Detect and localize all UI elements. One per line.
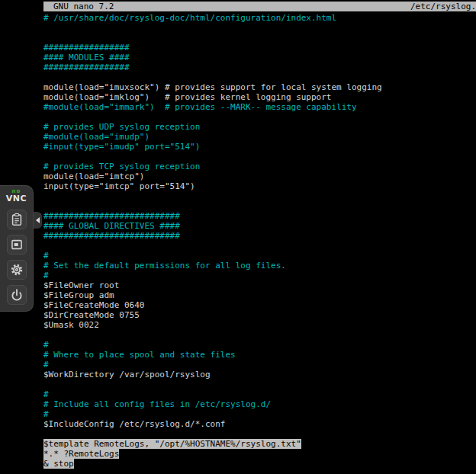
- terminal-line: [43, 72, 476, 82]
- terminal-line: [43, 23, 476, 33]
- novnc-logo-vnc: VNC: [6, 194, 27, 203]
- terminal-line: ###########################: [43, 211, 476, 221]
- terminal-line: [43, 152, 476, 162]
- novnc-control-bar: no VNC: [0, 185, 34, 312]
- terminal-line: input(type="imtcp" port="514"): [43, 181, 476, 191]
- terminal-line: #: [43, 409, 476, 419]
- nano-version-label: GNU nano 7.2: [53, 2, 114, 11]
- power-button[interactable]: [7, 285, 27, 305]
- control-bar-handle[interactable]: [34, 212, 42, 229]
- terminal-line: #################: [43, 43, 476, 53]
- terminal-line: [43, 33, 476, 43]
- terminal-line: #################: [43, 62, 476, 72]
- terminal-line: #input(type="imudp" port="514"): [43, 142, 476, 152]
- terminal-line: module(load="imuxsock") # provides suppo…: [43, 82, 476, 92]
- terminal-line: module(load="imtcp"): [43, 171, 476, 181]
- clipboard-button[interactable]: [7, 210, 27, 229]
- terminal-line: $Umask 0022: [43, 320, 476, 330]
- terminal-line: & stop: [43, 459, 476, 469]
- terminal-line: # provides TCP syslog reception: [43, 162, 476, 171]
- terminal-line: [43, 201, 476, 211]
- terminal-line: # Include all config files in /etc/rsysl…: [43, 399, 476, 409]
- power-icon: [10, 288, 24, 302]
- terminal-line: [43, 380, 476, 389]
- terminal-line: #: [43, 271, 476, 280]
- terminal-line: [43, 241, 476, 251]
- terminal-line: $DirCreateMode 0755: [43, 310, 476, 320]
- terminal-line: #: [43, 360, 476, 370]
- terminal-line: #: [43, 340, 476, 350]
- terminal-line: module(load="imklog") # provides kernel …: [43, 92, 476, 102]
- terminal-line: $FileCreateMode 0640: [43, 300, 476, 310]
- fullscreen-icon: [10, 238, 24, 251]
- terminal-line: ###########################: [43, 231, 476, 241]
- terminal-line: [43, 191, 476, 201]
- terminal-line: $IncludeConfig /etc/rsyslog.d/*.conf: [43, 419, 476, 429]
- terminal-line: #### MODULES ####: [43, 53, 476, 62]
- terminal-body: # /usr/share/doc/rsyslog-doc/html/config…: [43, 11, 476, 469]
- terminal-line: #: [43, 251, 476, 261]
- terminal-line: #: [43, 389, 476, 399]
- fullscreen-button[interactable]: [7, 235, 27, 255]
- collapse-arrow-icon: [36, 217, 40, 223]
- nano-filename-label: /etc/rsyslog.: [410, 2, 476, 11]
- nano-titlebar: GNU nano 7.2 /etc/rsyslog.: [43, 2, 476, 11]
- terminal-line: # Set the default permissions for all lo…: [43, 261, 476, 271]
- terminal-line: # /usr/share/doc/rsyslog-doc/html/config…: [43, 13, 476, 23]
- terminal-line: [43, 112, 476, 122]
- terminal-line: *.* ?RemoteLogs: [43, 449, 476, 459]
- terminal-line: $WorkDirectory /var/spool/rsyslog: [43, 370, 476, 380]
- clipboard-icon: [10, 213, 24, 226]
- terminal-line: $template RemoteLogs, "/opt/%HOSTNAME%/r…: [43, 439, 476, 449]
- terminal-line: [43, 330, 476, 340]
- terminal-line: $FileGroup adm: [43, 290, 476, 300]
- terminal-line: [43, 429, 476, 439]
- terminal-screen[interactable]: GNU nano 7.2 /etc/rsyslog. # /usr/share/…: [43, 2, 476, 474]
- novnc-logo: no VNC: [6, 189, 27, 203]
- terminal-line: #### GLOBAL DIRECTIVES ####: [43, 221, 476, 231]
- terminal-line: # Where to place spool and state files: [43, 350, 476, 360]
- terminal-line: #module(load="immark") # provides --MARK…: [43, 102, 476, 112]
- terminal-line: #module(load="imudp"): [43, 132, 476, 142]
- terminal-line: # provides UDP syslog reception: [43, 122, 476, 132]
- gear-icon: [10, 263, 24, 277]
- terminal-line: $FileOwner root: [43, 280, 476, 290]
- settings-button[interactable]: [7, 260, 27, 280]
